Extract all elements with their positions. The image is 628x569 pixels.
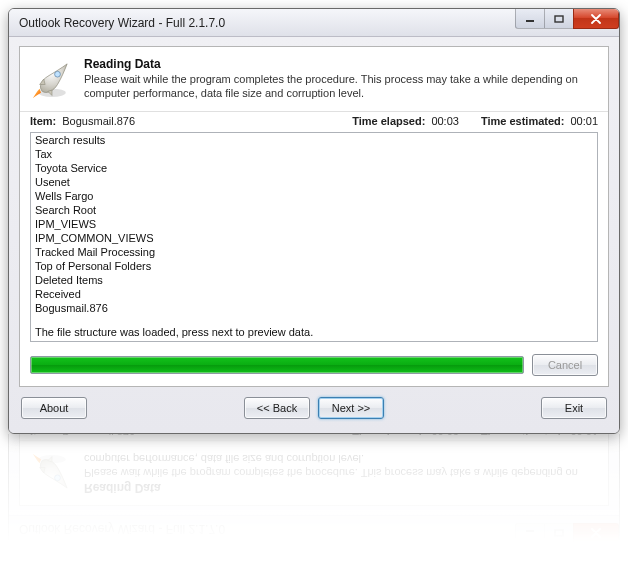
list-item: Tax (35, 147, 593, 161)
svg-rect-5 (555, 531, 563, 537)
list-message: The file structure was loaded, press nex… (35, 325, 593, 339)
close-button[interactable] (573, 523, 619, 543)
svg-rect-0 (526, 20, 534, 22)
titlebar: Outlook Recovery Wizard - Full 2.1.7.0 (9, 9, 619, 37)
header-heading: Reading Data (84, 481, 594, 495)
item-value: Bogusmail.876 (62, 115, 135, 127)
titlebar: Outlook Recovery Wizard - Full 2.1.7.0 (9, 515, 619, 543)
content-panel: Reading Data Please wait while the progr… (19, 46, 609, 387)
window-controls (516, 9, 619, 29)
list-item: Toyota Service (35, 161, 593, 175)
status-row: Item: Bogusmail.876 Time elapsed: 00:03 … (20, 434, 608, 441)
close-button[interactable] (573, 9, 619, 29)
estimated-label: Time estimated: (481, 115, 565, 127)
header-description: Please wait while the program completes … (84, 452, 594, 480)
elapsed-value: 00:03 (431, 434, 459, 437)
estimated-value: 00:01 (570, 434, 598, 437)
svg-point-3 (55, 71, 61, 77)
svg-point-7 (55, 475, 61, 481)
svg-rect-1 (555, 16, 563, 22)
list-item: Deleted Items (35, 273, 593, 287)
list-item: Bogusmail.876 (35, 301, 593, 315)
header-heading: Reading Data (84, 57, 594, 71)
header-description: Please wait while the program completes … (84, 73, 594, 101)
list-item: IPM_VIEWS (35, 217, 593, 231)
list-item: IPM_COMMON_VIEWS (35, 231, 593, 245)
list-item: Wells Fargo (35, 189, 593, 203)
cancel-button[interactable]: Cancel (532, 354, 598, 376)
item-label: Item: (30, 434, 56, 437)
content-panel: Reading Data Please wait while the progr… (19, 434, 609, 506)
rocket-icon (30, 451, 74, 495)
item-label: Item: (30, 115, 56, 127)
status-row: Item: Bogusmail.876 Time elapsed: 00:03 … (20, 111, 608, 130)
next-button[interactable]: Next >> (318, 397, 384, 419)
svg-point-6 (38, 455, 66, 463)
list-item: Usenet (35, 175, 593, 189)
minimize-button[interactable] (515, 9, 545, 29)
rocket-icon (30, 57, 74, 101)
list-item: Tracked Mail Processing (35, 245, 593, 259)
window-controls (516, 523, 619, 543)
window-title: Outlook Recovery Wizard - Full 2.1.7.0 (19, 16, 225, 30)
elapsed-label: Time elapsed: (352, 434, 425, 437)
footer: About << Back Next >> Exit (19, 387, 609, 421)
header: Reading Data Please wait while the progr… (20, 47, 608, 111)
svg-rect-4 (526, 531, 534, 533)
item-value: Bogusmail.876 (62, 434, 135, 437)
header: Reading Data Please wait while the progr… (20, 441, 608, 505)
list-item: Search results (35, 133, 593, 147)
log-listbox[interactable]: RegistrationRSS FeedsSave itSearch resul… (30, 132, 598, 342)
about-button[interactable]: About (21, 397, 87, 419)
exit-button[interactable]: Exit (541, 397, 607, 419)
list-item: Received (35, 287, 593, 301)
elapsed-value: 00:03 (431, 115, 459, 127)
window-title: Outlook Recovery Wizard - Full 2.1.7.0 (19, 523, 225, 537)
list-item: Search Root (35, 203, 593, 217)
maximize-button[interactable] (544, 523, 574, 543)
estimated-value: 00:01 (570, 115, 598, 127)
back-button[interactable]: << Back (244, 397, 310, 419)
progress-bar (30, 356, 524, 374)
list-item: Top of Personal Folders (35, 259, 593, 273)
elapsed-label: Time elapsed: (352, 115, 425, 127)
minimize-button[interactable] (515, 523, 545, 543)
estimated-label: Time estimated: (481, 434, 565, 437)
maximize-button[interactable] (544, 9, 574, 29)
